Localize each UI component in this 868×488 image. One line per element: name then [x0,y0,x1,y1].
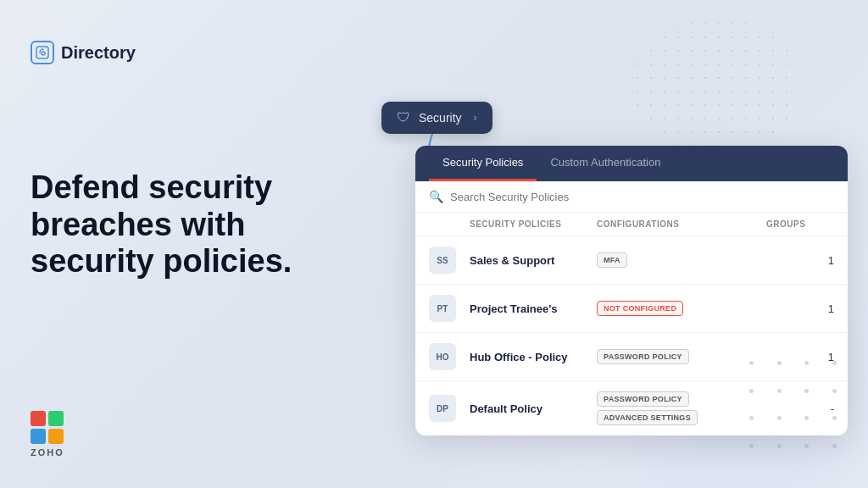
zoho-sq-red [31,411,46,426]
headline-text: Defend security breaches with security p… [31,169,353,280]
panel-header: Security Policies Custom Authentication [415,146,848,181]
dot-grid-decoration-bottom [749,361,851,463]
tag-password-policy: PASSWORD POLICY [597,349,689,364]
chevron-right-icon: › [474,112,477,124]
policy-name: Default Policy [470,402,597,415]
zoho-text: ZOHO [31,447,64,458]
shield-icon: 🛡 [397,110,410,125]
logo-area: Directory [31,41,136,64]
tab-security-policies[interactable]: Security Policies [429,146,537,181]
search-input[interactable] [450,191,834,203]
logo-text: Directory [61,43,136,63]
col-policies-header: SECURITY POLICIES [470,219,597,229]
policy-name: Hub Office - Policy [470,351,597,363]
tag-advanced-settings: ADVANCED SETTINGS [597,410,698,425]
avatar: PT [429,295,456,322]
table-row[interactable]: PT Project Trainee's NOT CONFIGURED 1 [415,285,848,333]
config-tags: NOT CONFIGURED [597,301,766,316]
avatar: HO [429,343,456,370]
groups-count: 1 [766,254,834,267]
groups-count: 1 [766,302,834,315]
policy-name: Sales & Support [470,254,597,267]
headline-section: Defend security breaches with security p… [31,169,353,280]
avatar: SS [429,247,456,274]
search-bar: 🔍 [415,181,848,213]
tag-password-policy: PASSWORD POLICY [597,391,689,407]
tag-not-configured: NOT CONFIGURED [597,301,683,316]
search-icon: 🔍 [429,190,443,203]
security-label: Security [419,111,462,125]
col-configurations-header: CONFIGURATIONS [597,219,766,229]
config-tags: PASSWORD POLICY [597,349,766,364]
zoho-sq-yellow [48,429,64,444]
tag-mfa: MFA [597,252,627,268]
col-groups-header: GROUPS [766,219,834,229]
table-row[interactable]: SS Sales & Support MFA 1 [415,236,848,285]
table-header: SECURITY POLICIES CONFIGURATIONS GROUPS [415,213,848,236]
tab-custom-authentication[interactable]: Custom Authentication [537,146,674,181]
config-tags: MFA [597,252,766,268]
zoho-squares [31,411,64,444]
svg-point-1 [42,52,45,55]
zoho-logo: ZOHO [31,411,64,458]
col-avatar-header [429,219,470,229]
zoho-sq-blue [31,429,46,444]
logo-icon [31,41,54,64]
dot-grid-decoration-top [631,17,800,152]
policy-name: Project Trainee's [470,302,597,315]
avatar: DP [429,395,456,422]
config-tags: PASSWORD POLICY ADVANCED SETTINGS [597,391,766,425]
zoho-sq-green [48,411,64,426]
